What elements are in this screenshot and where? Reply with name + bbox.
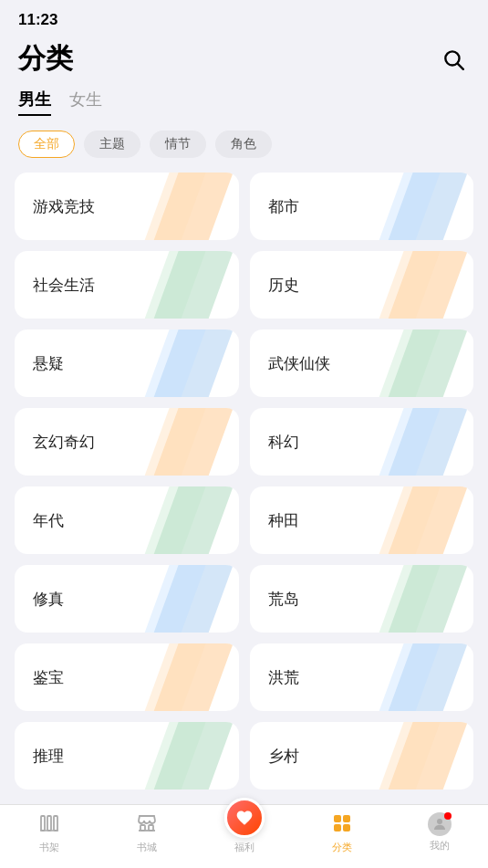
header: 分类 [0, 33, 488, 89]
welfare-icon [224, 798, 265, 838]
card-deco-cat14 [382, 643, 473, 711]
card-deco-cat10 [382, 486, 473, 554]
category-label-cat2: 都市 [268, 196, 299, 217]
category-card-cat9[interactable]: 年代 [15, 486, 239, 554]
category-label-cat3: 社会生活 [33, 275, 95, 296]
category-card-cat6[interactable]: 武侠仙侠 [250, 329, 474, 397]
category-grid: 游戏竞技都市社会生活历史悬疑武侠仙侠玄幻奇幻科幻年代种田修真荒岛鉴宝洪荒推理乡村 [0, 173, 488, 790]
card-deco-cat2 [382, 173, 473, 240]
chip-all[interactable]: 全部 [18, 131, 75, 158]
nav-shelf-label: 书架 [39, 841, 59, 854]
card-deco-cat9 [148, 486, 239, 554]
card-deco-cat13 [148, 643, 239, 711]
category-label-cat10: 种田 [268, 510, 299, 531]
category-label-cat12: 荒岛 [268, 589, 299, 610]
category-label-cat6: 武侠仙侠 [268, 353, 330, 374]
content-area: 男生 女生 全部 主题 情节 角色 游戏竞技都市社会生活历史悬疑武侠仙侠玄幻奇幻… [0, 89, 488, 863]
card-deco-cat15 [148, 722, 239, 790]
card-deco-cat5 [148, 329, 239, 397]
chip-plot[interactable]: 情节 [150, 131, 206, 158]
category-card-cat2[interactable]: 都市 [250, 173, 474, 240]
card-deco-cat6 [382, 329, 473, 397]
category-card-cat12[interactable]: 荒岛 [250, 565, 474, 633]
category-label-cat5: 悬疑 [33, 353, 64, 374]
nav-store-label: 书城 [137, 841, 157, 854]
gender-tab-female[interactable]: 女生 [69, 89, 102, 116]
chip-role[interactable]: 角色 [215, 131, 272, 158]
page-title: 分类 [18, 40, 73, 78]
category-card-cat15[interactable]: 推理 [15, 722, 239, 790]
gender-tab-male[interactable]: 男生 [18, 89, 51, 116]
category-card-cat10[interactable]: 种田 [250, 486, 474, 554]
category-label-cat16: 乡村 [268, 746, 299, 767]
card-deco-cat4 [382, 251, 473, 319]
gender-tabs: 男生 女生 [0, 89, 488, 127]
search-icon [441, 47, 465, 71]
card-deco-cat12 [382, 565, 473, 633]
category-label-cat14: 洪荒 [268, 667, 299, 688]
nav-welfare[interactable]: 福利 [195, 812, 293, 854]
category-card-cat1[interactable]: 游戏竞技 [15, 173, 239, 240]
notification-dot [444, 812, 452, 820]
category-card-cat4[interactable]: 历史 [250, 251, 474, 319]
nav-category-label: 分类 [332, 841, 352, 854]
nav-category[interactable]: 分类 [293, 812, 390, 854]
category-card-cat11[interactable]: 修真 [15, 565, 239, 633]
category-card-cat3[interactable]: 社会生活 [15, 251, 239, 319]
category-card-cat8[interactable]: 科幻 [250, 408, 474, 476]
svg-rect-11 [334, 824, 341, 831]
filter-chips: 全部 主题 情节 角色 [0, 127, 488, 173]
svg-rect-3 [47, 816, 51, 831]
bottom-nav: 书架 书城 福利 [0, 804, 488, 868]
category-card-cat14[interactable]: 洪荒 [250, 643, 474, 711]
chip-theme[interactable]: 主题 [84, 131, 140, 158]
svg-rect-12 [343, 824, 350, 831]
search-button[interactable] [437, 43, 470, 76]
nav-mine-label: 我的 [430, 839, 450, 852]
status-time: 11:23 [18, 11, 57, 28]
nav-store[interactable]: 书城 [98, 812, 195, 854]
nav-mine[interactable]: 我的 [390, 812, 488, 852]
svg-rect-9 [334, 815, 341, 822]
svg-rect-6 [140, 825, 145, 831]
card-deco-cat7 [148, 408, 239, 476]
avatar [428, 812, 452, 836]
category-card-cat13[interactable]: 鉴宝 [15, 643, 239, 711]
nav-shelf[interactable]: 书架 [0, 812, 98, 854]
svg-line-1 [458, 63, 463, 68]
category-label-cat7: 玄幻奇幻 [33, 432, 95, 453]
card-deco-cat8 [382, 408, 473, 476]
svg-rect-10 [343, 815, 350, 822]
svg-rect-4 [54, 816, 57, 831]
category-label-cat9: 年代 [33, 510, 64, 531]
card-deco-cat3 [148, 251, 239, 319]
card-deco-cat16 [382, 722, 473, 790]
svg-rect-2 [41, 816, 45, 831]
category-card-cat16[interactable]: 乡村 [250, 722, 474, 790]
card-deco-cat1 [148, 173, 239, 240]
category-label-cat4: 历史 [268, 275, 299, 296]
store-icon [136, 812, 158, 838]
category-card-cat7[interactable]: 玄幻奇幻 [15, 408, 239, 476]
category-label-cat8: 科幻 [268, 432, 299, 453]
svg-point-13 [437, 819, 442, 824]
nav-welfare-label: 福利 [234, 841, 254, 854]
status-bar: 11:23 [0, 0, 488, 33]
shelf-icon [38, 812, 60, 838]
mine-icon-wrap [428, 812, 452, 836]
category-icon [331, 812, 353, 838]
card-deco-cat11 [148, 565, 239, 633]
category-card-cat5[interactable]: 悬疑 [15, 329, 239, 397]
category-label-cat15: 推理 [33, 746, 64, 767]
category-label-cat11: 修真 [33, 589, 64, 610]
category-label-cat1: 游戏竞技 [33, 196, 95, 217]
svg-rect-7 [149, 825, 153, 831]
category-label-cat13: 鉴宝 [33, 667, 64, 688]
